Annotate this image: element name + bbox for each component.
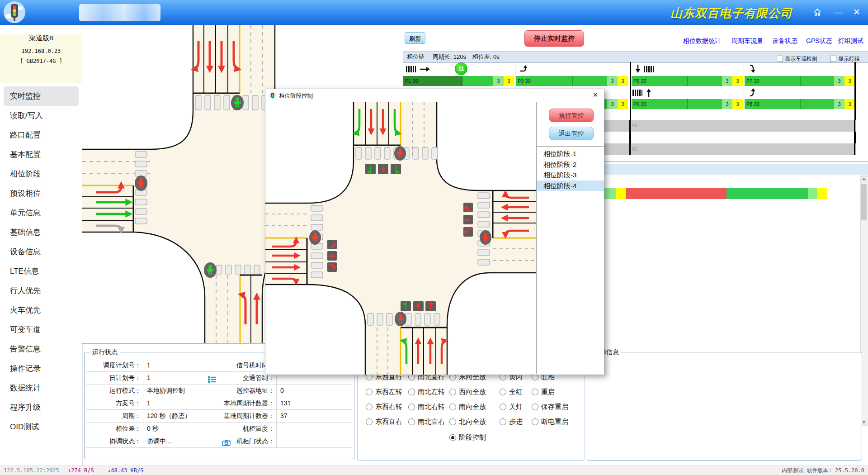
sidebar-item-read-write[interactable]: 读取/写入 [0, 106, 82, 125]
column-divider [744, 62, 744, 109]
crosswalk-icon [644, 66, 654, 74]
sidebar-item-lte-info[interactable]: LTE信息 [0, 261, 82, 281]
sidebar-item-device-info[interactable]: 设备信息 [0, 242, 82, 261]
sidebar-item-operation-log[interactable]: 操作记录 [0, 359, 82, 378]
radio-all-red[interactable]: 全红 [500, 388, 523, 396]
exit-control-button[interactable]: 退出管控 [549, 127, 594, 140]
home-icon[interactable] [811, 6, 824, 18]
radio-ns-straight-right[interactable]: 南北直右 [408, 418, 445, 426]
radio-ew-left[interactable]: 东西左转 [366, 388, 402, 396]
pedestrian-signal-south [395, 312, 406, 326]
radio-stage-control[interactable]: 阶段控制 [449, 433, 486, 442]
stage-item-2[interactable]: 相位阶段-2 [537, 159, 604, 170]
link-lamp-test[interactable]: 灯组测试 [838, 37, 863, 45]
lamp-timeline-segment [817, 188, 827, 199]
software-version: 内部测试 软件版本: 25.5.20.0 [782, 466, 864, 475]
phase-stage-control-dialog: 相位阶段控制 ✕ [265, 89, 604, 375]
phase-bar-p1: P1 30 33 [403, 76, 514, 86]
lamp-timeline-segment [726, 188, 808, 199]
radio-south-all[interactable]: 南向全放 [449, 403, 486, 411]
phase-countdown-badge: 11 [455, 62, 467, 75]
link-cycle-traffic[interactable]: 周期车流量 [731, 37, 763, 45]
sidebar-item-pedestrian-priority[interactable]: 行人优先 [0, 281, 82, 300]
link-phase-data-stats[interactable]: 相位数据统计 [683, 37, 721, 45]
phase-offset-label: 相位差: 0s [472, 53, 500, 60]
sidebar-item-base-info[interactable]: 基础信息 [0, 223, 82, 242]
device-ip: 192.168.0.23 [0, 48, 82, 54]
radio-ns-left[interactable]: 南北左转 [408, 388, 445, 396]
sidebar-item-basic-config[interactable]: 基本配置 [0, 145, 82, 164]
divider [537, 146, 604, 147]
cycle-length-label: 周期长: 120s [433, 53, 466, 60]
stop-monitor-button[interactable]: 停止实时监控 [524, 30, 584, 47]
dialog-title-bar[interactable]: 相位阶段控制 ✕ [265, 89, 604, 102]
radio-step[interactable]: 步进 [500, 418, 523, 426]
sidebar-item-alarm-info[interactable]: 告警信息 [0, 339, 82, 359]
checkbox-icon [830, 56, 836, 62]
arrow-down-curve-icon [748, 64, 756, 75]
pedestrian-signal-west [309, 230, 321, 245]
sidebar: 渠道版8 192.168.0.23 [ GB2017-4G ] 实时监控 读取/… [0, 25, 83, 466]
sidebar-item-unit-info[interactable]: 单元信息 [0, 203, 82, 223]
phase-bar-p6: P6 30 33 [632, 99, 743, 109]
stage-item-1[interactable]: 相位阶段-1 [537, 148, 604, 159]
upload-rate: ↑274 B/S [68, 466, 94, 475]
radio-ns-right[interactable]: 南北右转 [408, 403, 445, 411]
sidebar-item-oid-test[interactable]: OID测试 [0, 417, 82, 437]
scroll-thumb[interactable] [861, 184, 867, 220]
scroll-up-icon[interactable]: ▲ [861, 176, 867, 182]
radio-power-restart[interactable]: 断电重启 [532, 418, 568, 426]
stage-item-3[interactable]: 相位阶段-3 [537, 170, 604, 180]
sidebar-item-realtime-monitor[interactable]: 实时监控 [4, 86, 79, 106]
dialog-close-icon[interactable]: ✕ [590, 91, 600, 100]
lamp-timeline-segment [616, 188, 626, 199]
ring-divider [854, 120, 855, 155]
sidebar-item-train-priority[interactable]: 火车优先 [0, 300, 82, 320]
ring-divider [629, 120, 631, 155]
radio-west-all[interactable]: 西向全放 [449, 388, 486, 396]
device-protocol: [ GB2017-4G ] [0, 58, 82, 64]
lamp-timeline-segment [626, 188, 726, 199]
arrow-up-curve-icon [748, 88, 756, 98]
phase-bar-p8: P8 30 33 [745, 99, 855, 109]
link-gps-status[interactable]: GPS状态 [806, 37, 832, 45]
lamp-timeline-segment [808, 188, 817, 199]
download-rate: ↓48.43 KB/S [108, 466, 143, 475]
phase-chain-label: 相位链 [407, 53, 425, 60]
sidebar-item-phase-stage[interactable]: 相位阶段 [0, 164, 82, 184]
sidebar-item-intersection-config[interactable]: 路口配置 [0, 125, 82, 145]
arrow-down-icon [635, 64, 641, 75]
app-name-blurred [79, 4, 160, 21]
sidebar-item-data-statistics[interactable]: 数据统计 [0, 378, 82, 398]
fault-info-panel: 故障信息 [587, 352, 862, 461]
phase-bar-p7: P7 30 33 [745, 76, 855, 86]
server-address: 122.5.105.22:2025 [4, 466, 59, 475]
arrow-right-icon [420, 66, 430, 73]
radio-lights-off[interactable]: 关灯 [500, 403, 523, 411]
radio-save-restart[interactable]: 保存重启 [532, 403, 568, 411]
close-button[interactable]: ✕ [850, 6, 863, 18]
radio-north-all[interactable]: 北向全放 [449, 418, 486, 426]
minimize-button[interactable]: — [832, 6, 845, 18]
link-device-status[interactable]: 设备状态 [772, 37, 797, 45]
pedestrian-signal-north [394, 146, 406, 161]
pedestrian-signal-south [204, 262, 217, 278]
phase-bar-p3: P3 30 33 [516, 76, 628, 86]
cabinet-camera-icon[interactable] [222, 438, 231, 450]
pedestrian-signal-west [135, 176, 147, 191]
radio-restart[interactable]: 重启 [532, 388, 555, 396]
sidebar-item-variable-lane[interactable]: 可变车道 [0, 320, 82, 339]
title-bar: 山东双百电子有限公司 — ✕ [0, 0, 868, 25]
execute-control-button[interactable]: 执行管控 [549, 109, 594, 122]
sidebar-item-program-upgrade[interactable]: 程序升级 [0, 398, 82, 417]
sidebar-item-preset-phase[interactable]: 预设相位 [0, 184, 82, 203]
stage-item-4[interactable]: 相位阶段-4 [537, 180, 604, 191]
arrow-right-up-icon [519, 65, 528, 74]
refresh-button[interactable]: 刷新 [405, 32, 425, 44]
radio-ew-right[interactable]: 东西右转 [366, 403, 402, 411]
radio-ew-straight-right[interactable]: 东西直右 [366, 418, 402, 426]
phase-bar-p5: P5 30 33 [632, 76, 743, 86]
lamp-timeline-segment [603, 188, 616, 199]
app-window: 山东双百电子有限公司 — ✕ 渠道版8 192.168.0.23 [ GB201… [0, 0, 868, 475]
run-status-title: 运行状态 [90, 348, 120, 356]
